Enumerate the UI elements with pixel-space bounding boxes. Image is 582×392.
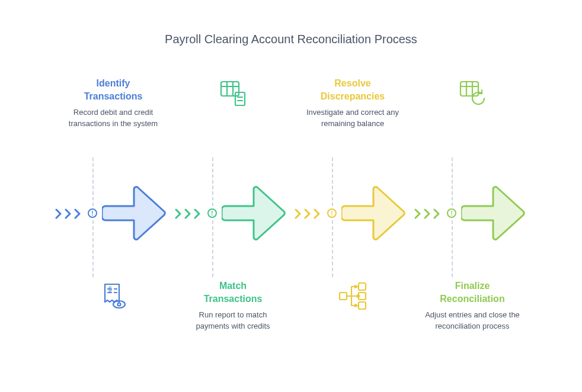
chevron-right-icon <box>64 208 72 219</box>
step-icon <box>293 279 412 315</box>
chevron-right-icon <box>414 208 422 219</box>
step-icon <box>412 77 532 113</box>
big-arrow-icon <box>461 185 526 242</box>
big-arrow-icon <box>341 185 407 242</box>
step-description: Adjust entries and close the reconciliat… <box>412 310 532 332</box>
step-title: IdentifyTransactions <box>53 77 173 102</box>
step-icon <box>173 77 293 113</box>
step-title: ResolveDiscrepancies <box>293 77 412 102</box>
step-description: Run report to match payments with credit… <box>173 310 293 332</box>
table-file-icon <box>216 77 250 110</box>
step-description: Investigate and correct any remaining ba… <box>293 107 412 130</box>
step-node: ! <box>327 208 337 218</box>
chevron-right-icon <box>184 208 192 219</box>
process-step: ResolveDiscrepancies Investigate and cor… <box>293 77 412 361</box>
svg-rect-7 <box>359 302 366 309</box>
svg-rect-4 <box>340 293 347 300</box>
chevron-right-icon <box>433 208 441 219</box>
receipt-view-icon: $ <box>97 279 130 313</box>
chevron-right-icon <box>55 208 63 219</box>
branch-icon <box>336 279 369 313</box>
process-step: IdentifyTransactions Record debit and cr… <box>53 77 173 361</box>
chevron-right-icon <box>193 208 202 219</box>
chevron-right-icon <box>294 208 302 219</box>
big-arrow-icon <box>102 185 167 242</box>
chevron-right-icon <box>303 208 312 219</box>
process-flow: IdentifyTransactions Record debit and cr… <box>53 77 533 361</box>
step-node: ! <box>207 208 217 218</box>
step-chevrons <box>294 208 321 219</box>
process-step: ! FinalizeReconciliation Adjust entries … <box>412 77 532 361</box>
step-chevrons <box>174 208 202 219</box>
chevron-right-icon <box>313 208 321 219</box>
svg-rect-3 <box>221 82 239 96</box>
process-step: ! MatchTransactions Run report to match … <box>173 77 293 361</box>
step-arrow <box>461 185 526 244</box>
step-node: ! <box>447 208 456 218</box>
chevron-right-icon <box>423 208 431 219</box>
chevron-right-icon <box>174 208 183 219</box>
step-title: FinalizeReconciliation <box>412 279 532 305</box>
step-chevrons <box>414 208 441 219</box>
chevron-right-icon <box>73 208 82 219</box>
page-title: Payroll Clearing Account Reconciliation … <box>0 33 582 46</box>
step-description: Record debit and credit transactions in … <box>53 107 173 130</box>
step-arrow <box>341 185 407 244</box>
step-icon: $ <box>53 279 173 315</box>
step-title: MatchTransactions <box>173 279 293 305</box>
svg-rect-5 <box>359 283 366 290</box>
step-node: ! <box>88 208 97 218</box>
step-chevrons <box>55 208 82 219</box>
step-arrow <box>102 185 167 244</box>
svg-point-2 <box>118 303 121 306</box>
big-arrow-icon <box>222 185 287 242</box>
svg-text:$: $ <box>108 286 112 293</box>
table-refresh-icon <box>456 77 489 110</box>
step-arrow <box>222 185 287 244</box>
svg-rect-8 <box>461 82 478 96</box>
